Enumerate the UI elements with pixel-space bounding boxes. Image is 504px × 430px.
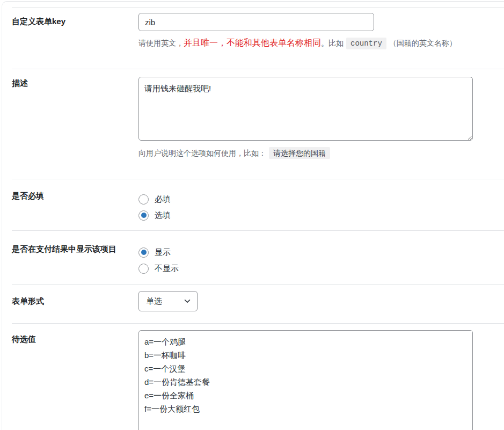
radio-label: 显示 [155, 247, 171, 258]
form-row-show-in-result: 是否在支付结果中显示该项目 显示 不显示 [12, 230, 504, 284]
settings-card: 自定义表单key 请使用英文，并且唯一，不能和其他表单名称相同。比如countr… [2, 1, 504, 430]
radio-icon[interactable] [138, 210, 149, 221]
radio-label: 不显示 [155, 264, 179, 274]
form-type-select[interactable]: 单选 [138, 291, 198, 311]
form-row-option-values: 待选值 a=一个鸡腿 b=一杯咖啡 c=一个汉堡 d=一份肯德基套餐 e=一份全… [12, 323, 504, 430]
key-help-text: 请使用英文，并且唯一，不能和其他表单名称相同。比如country（国籍的英文名称… [138, 38, 504, 49]
option-values-textarea[interactable]: a=一个鸡腿 b=一杯咖啡 c=一个汉堡 d=一份肯德基套餐 e=一份全家桶 f… [138, 330, 473, 430]
form-row-key: 自定义表单key 请使用英文，并且唯一，不能和其他表单名称相同。比如countr… [12, 7, 504, 69]
form-type-selected-value: 单选 [146, 296, 162, 307]
description-textarea[interactable]: 请用钱来砸醒我吧! [138, 77, 473, 141]
form-row-type: 表单形式 单选 [12, 284, 504, 323]
form-row-required: 是否必填 必填 选填 [12, 179, 504, 230]
radio-icon[interactable] [138, 247, 149, 258]
field-label-show-in-result: 是否在支付结果中显示该项目 [12, 231, 138, 284]
form-rows: 自定义表单key 请使用英文，并且唯一，不能和其他表单名称相同。比如countr… [12, 2, 504, 430]
radio-option-hide[interactable]: 不显示 [138, 260, 504, 276]
description-help-code-example: 请选择您的国籍 [269, 147, 330, 159]
key-help-warning: 并且唯一，不能和其他表单名称相同 [184, 38, 321, 47]
radio-option-show[interactable]: 显示 [138, 244, 504, 260]
radio-label: 必填 [155, 194, 171, 205]
key-help-pre: 请使用英文， [138, 39, 184, 47]
form-row-description: 描述 请用钱来砸醒我吧! 向用户说明这个选项如何使用，比如：请选择您的国籍 [12, 69, 504, 179]
field-label-required: 是否必填 [12, 179, 138, 230]
radio-option-optional[interactable]: 选填 [138, 207, 504, 223]
key-help-code-example: country [346, 38, 386, 49]
form-key-input[interactable] [138, 13, 374, 31]
chevron-down-icon [184, 297, 191, 305]
radio-option-required[interactable]: 必填 [138, 191, 504, 207]
field-label-option-values: 待选值 [12, 324, 138, 430]
field-label-type: 表单形式 [12, 285, 138, 323]
radio-label: 选填 [155, 210, 171, 221]
radio-icon[interactable] [138, 264, 149, 274]
field-label-key: 自定义表单key [12, 8, 138, 69]
radio-icon[interactable] [138, 194, 149, 205]
key-help-post: （国籍的英文名称） [389, 39, 457, 47]
key-help-mid: 。比如 [321, 39, 344, 47]
field-label-description: 描述 [12, 69, 138, 179]
description-help-text: 向用户说明这个选项如何使用，比如：请选择您的国籍 [138, 147, 504, 159]
description-help-pre: 向用户说明这个选项如何使用，比如： [138, 149, 266, 157]
